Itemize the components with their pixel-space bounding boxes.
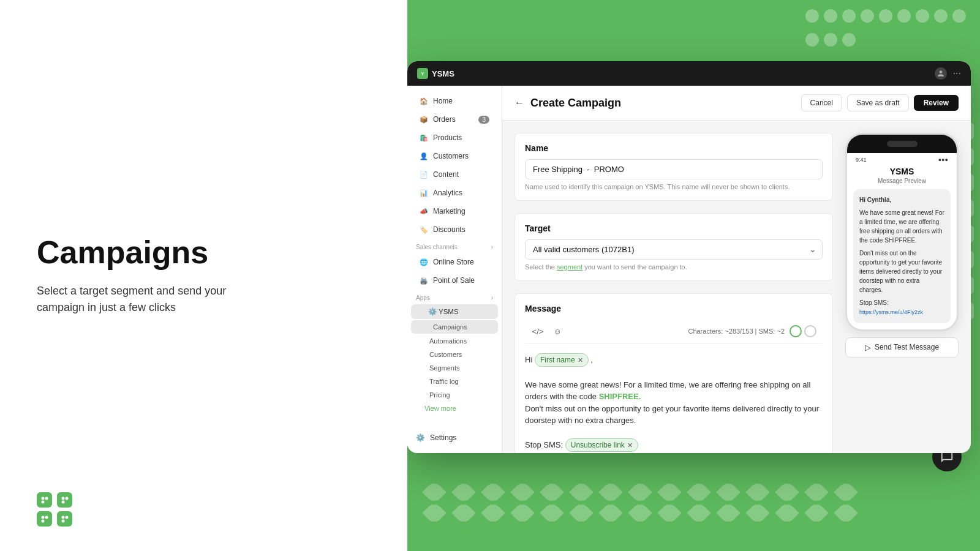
app-icon: Y bbox=[417, 68, 428, 79]
svg-point-9 bbox=[61, 515, 64, 519]
sidebar-item-online-store[interactable]: 🌐 Online Store bbox=[411, 253, 498, 271]
svg-point-11 bbox=[61, 519, 64, 522]
orders-badge: 3 bbox=[478, 116, 489, 124]
sidebar-sub-customers[interactable]: Customers bbox=[407, 348, 502, 361]
phone-app-name: YSMS bbox=[847, 164, 957, 178]
sidebar-item-point-of-sale[interactable]: 🖨️ Point of Sale bbox=[411, 272, 498, 289]
sidebar-item-marketing[interactable]: 📣 Marketing bbox=[411, 203, 498, 220]
products-icon: 🛍️ bbox=[420, 133, 428, 142]
phone-stop-sms: Stop SMS: https://ysms.me/u/4Fiy2zk bbox=[859, 298, 944, 317]
hero-subtitle: Select a target segment and send your ca… bbox=[37, 283, 270, 316]
sidebar-item-ysms[interactable]: ⚙️ YSMS bbox=[411, 304, 498, 319]
app-window: Y YSMS ··· 🏠 Home 📦 bbox=[407, 61, 971, 453]
svg-point-7 bbox=[45, 515, 48, 519]
analytics-icon: 📊 bbox=[420, 189, 428, 197]
campaign-title: Create Campaign bbox=[530, 97, 621, 110]
segment-link[interactable]: segment bbox=[557, 263, 582, 271]
char-count: Characters: ~283/153 | SMS: ~2 bbox=[688, 328, 785, 335]
sidebar-item-products[interactable]: 🛍️ Products bbox=[411, 129, 498, 146]
sidebar-sub-campaigns[interactable]: Campaigns bbox=[411, 320, 498, 334]
unsubscribe-link-tag[interactable]: Unsubscribe link ✕ bbox=[565, 438, 638, 452]
logo-dot-3 bbox=[37, 511, 52, 527]
sidebar-view-more[interactable]: View more bbox=[407, 402, 502, 415]
target-label: Target bbox=[525, 223, 823, 233]
logo-dot-4 bbox=[57, 511, 72, 527]
sidebar-item-customers[interactable]: 👤 Customers bbox=[411, 148, 498, 165]
online-store-icon: 🌐 bbox=[420, 258, 428, 266]
campaign-header-right: Cancel Save as draft Review bbox=[801, 94, 959, 111]
phone-status: 9:41 ●●● bbox=[847, 153, 957, 164]
refresh-icons bbox=[790, 325, 816, 337]
sidebar-sub-segments[interactable]: Segments bbox=[407, 361, 502, 375]
apps-section: Apps › bbox=[407, 290, 502, 304]
code-icon[interactable]: </> bbox=[531, 324, 545, 338]
message-body: Hi First name ✕ , We have some great new… bbox=[525, 348, 823, 453]
message-toolbar-left: </> ☺ bbox=[531, 324, 564, 338]
phone-notch bbox=[887, 141, 918, 147]
right-panel: Y YSMS ··· 🏠 Home 📦 bbox=[407, 0, 980, 551]
svg-point-8 bbox=[41, 519, 44, 522]
target-select-wrapper: All valid customers (1072B1) bbox=[525, 239, 823, 260]
hero-title: Campaigns bbox=[37, 235, 371, 270]
phone-body1: We have some great news! For a limited t… bbox=[859, 208, 944, 245]
svg-point-1 bbox=[45, 497, 48, 500]
top-bar-right: ··· bbox=[935, 67, 961, 80]
sidebar-sub-traffic-log[interactable]: Traffic log bbox=[407, 375, 502, 388]
left-panel: Campaigns Select a target segment and se… bbox=[0, 0, 407, 551]
campaign-header-left: ← Create Campaign bbox=[514, 97, 621, 110]
sidebar-item-home[interactable]: 🏠 Home bbox=[411, 92, 498, 110]
message-body-line2: We have some great news! For a limited t… bbox=[525, 380, 810, 402]
message-body-line3: Don't miss out on the opportunity to get… bbox=[525, 404, 819, 425]
logo-dot-1 bbox=[37, 492, 52, 508]
cancel-button[interactable]: Cancel bbox=[801, 94, 842, 111]
first-name-tag-remove[interactable]: ✕ bbox=[578, 355, 583, 365]
back-button[interactable]: ← bbox=[514, 97, 524, 108]
campaign-header: ← Create Campaign Cancel Save as draft R… bbox=[502, 86, 971, 121]
app-body: 🏠 Home 📦 Orders 3 🛍️ Products 👤 Customer… bbox=[407, 86, 971, 453]
svg-point-10 bbox=[65, 515, 68, 519]
deco-dots-top bbox=[796, 0, 980, 61]
more-options-icon[interactable]: ··· bbox=[953, 68, 961, 79]
target-select[interactable]: All valid customers (1072B1) bbox=[525, 239, 823, 260]
refresh-gray bbox=[804, 325, 816, 337]
sidebar-item-content[interactable]: 📄 Content bbox=[411, 166, 498, 183]
phone-body2: Don't miss out on the opportunity to get… bbox=[859, 249, 944, 294]
sales-channels-chevron: › bbox=[491, 244, 493, 250]
sidebar-item-analytics[interactable]: 📊 Analytics bbox=[411, 184, 498, 201]
sales-channels-section: Sales channels › bbox=[407, 239, 502, 253]
greeting-hi: Hi bbox=[525, 355, 535, 364]
point-of-sale-icon: 🖨️ bbox=[420, 276, 428, 285]
sidebar-settings[interactable]: ⚙️ Settings bbox=[407, 429, 502, 447]
home-icon: 🏠 bbox=[420, 97, 428, 105]
emoji-icon[interactable]: ☺ bbox=[551, 324, 564, 338]
phone-greeting: Hi Cynthia, bbox=[859, 195, 944, 204]
svg-point-3 bbox=[61, 497, 64, 500]
name-input[interactable] bbox=[525, 159, 823, 179]
phone-preview: 9:41 ●●● YSMS Message Preview Hi Cynthia… bbox=[845, 133, 959, 453]
svg-point-2 bbox=[41, 500, 44, 503]
review-button[interactable]: Review bbox=[914, 95, 959, 111]
logo-dot-2 bbox=[57, 492, 72, 508]
send-test-button[interactable]: ▷ Send Test Message bbox=[845, 337, 959, 358]
discounts-icon: 🏷️ bbox=[420, 225, 428, 234]
logo-dots bbox=[37, 492, 74, 527]
top-bar-left: Y YSMS bbox=[417, 68, 454, 79]
marketing-icon: 📣 bbox=[420, 207, 428, 216]
phone-top-bar bbox=[847, 135, 957, 153]
svg-point-6 bbox=[41, 515, 44, 519]
sidebar-sub-pricing[interactable]: Pricing bbox=[407, 388, 502, 402]
svg-point-0 bbox=[41, 497, 44, 500]
user-icon[interactable] bbox=[935, 67, 947, 80]
sidebar-sub-automations[interactable]: Automations bbox=[407, 334, 502, 348]
target-hint: Select the segment you want to send the … bbox=[525, 263, 823, 271]
sidebar-item-discounts[interactable]: 🏷️ Discounts bbox=[411, 221, 498, 238]
phone-link: https://ysms.me/u/4Fiy2zk bbox=[859, 309, 923, 315]
customers-icon: 👤 bbox=[420, 152, 428, 160]
save-draft-button[interactable]: Save as draft bbox=[847, 94, 909, 111]
unsubscribe-tag-remove[interactable]: ✕ bbox=[627, 440, 633, 451]
message-section: Message </> ☺ Characters: ~283/153 | SMS… bbox=[514, 293, 833, 453]
name-hint: Name used to identify this campaign on Y… bbox=[525, 183, 823, 190]
sidebar-item-orders[interactable]: 📦 Orders 3 bbox=[411, 111, 498, 128]
form-left: Name Name used to identify this campaign… bbox=[514, 133, 833, 453]
first-name-tag[interactable]: First name ✕ bbox=[535, 353, 589, 367]
